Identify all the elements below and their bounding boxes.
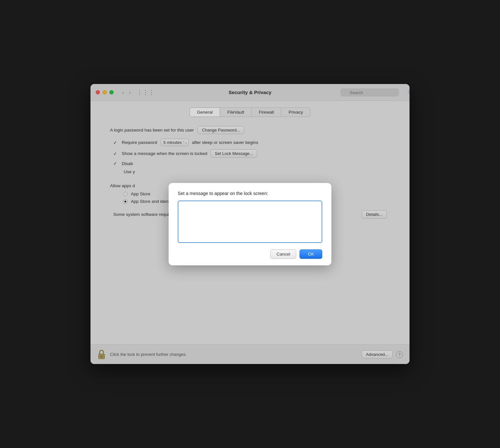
system-preferences-window: ‹ › ⋮⋮⋮ Security & Privacy 🔍 General Fil… (90, 84, 410, 364)
lock-message-modal: Set a message to appear on the lock scre… (169, 183, 331, 265)
modal-ok-button[interactable]: OK (299, 249, 322, 259)
lock-message-textarea[interactable] (178, 201, 322, 243)
modal-cancel-button[interactable]: Cancel (270, 249, 296, 259)
modal-buttons: Cancel OK (178, 249, 322, 259)
modal-title: Set a message to appear on the lock scre… (178, 191, 322, 196)
modal-overlay: Set a message to appear on the lock scre… (90, 84, 410, 364)
